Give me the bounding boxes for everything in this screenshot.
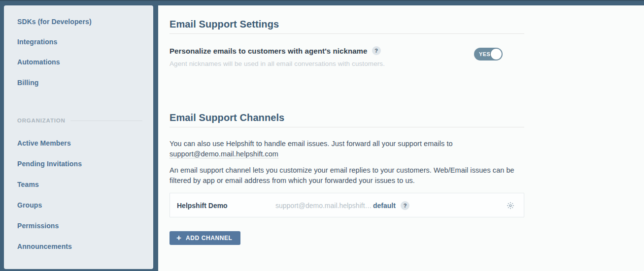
support-email-link[interactable]: support@demo.mail.helpshift.com bbox=[169, 150, 278, 158]
sidebar-item-pending-invitations[interactable]: Pending Invitations bbox=[17, 160, 82, 168]
channels-intro-paragraph: You can also use Helpshift to handle ema… bbox=[169, 139, 530, 159]
sidebar-item-permissions[interactable]: Permissions bbox=[17, 222, 59, 230]
toggle-knob-icon bbox=[491, 49, 502, 60]
sidebar-item-teams[interactable]: Teams bbox=[17, 181, 39, 189]
add-channel-label: ADD CHANNEL bbox=[186, 235, 233, 241]
channels-intro-text: You can also use Helpshift to handle ema… bbox=[169, 140, 453, 148]
app-window: SDKs (for Developers) Integrations Autom… bbox=[0, 0, 644, 271]
email-support-settings-title: Email Support Settings bbox=[169, 19, 279, 30]
section-divider bbox=[70, 120, 142, 121]
channel-email: support@demo.mail.helpshift… bbox=[275, 193, 372, 218]
settings-sidebar: SDKs (for Developers) Integrations Autom… bbox=[4, 5, 153, 269]
sidebar-item-announcements[interactable]: Announcements bbox=[17, 242, 72, 251]
main-content: Email Support Settings Personalize email… bbox=[158, 5, 644, 271]
toggle-state-label: YES bbox=[479, 48, 490, 60]
email-support-channels-title: Email Support Channels bbox=[169, 112, 284, 123]
section-divider bbox=[169, 33, 524, 34]
channels-description-paragraph: An email support channel lets you custom… bbox=[169, 165, 530, 186]
channel-row: Helpshift Demo support@demo.mail.helpshi… bbox=[169, 193, 524, 217]
personalize-toggle[interactable]: YES bbox=[474, 48, 503, 60]
sidebar-item-sdks[interactable]: SDKs (for Developers) bbox=[17, 18, 92, 26]
sidebar-item-automations[interactable]: Automations bbox=[17, 58, 60, 66]
channel-name: Helpshift Demo bbox=[177, 193, 228, 218]
plus-icon: + bbox=[176, 234, 181, 242]
personalize-setting-description: Agent nicknames will be used in all emai… bbox=[169, 60, 385, 67]
help-icon[interactable]: ? bbox=[401, 201, 409, 210]
sidebar-item-billing[interactable]: Billing bbox=[17, 79, 38, 87]
personalize-setting-label: Personalize emails to customers with age… bbox=[169, 47, 368, 55]
section-divider bbox=[169, 127, 524, 127]
sidebar-item-groups[interactable]: Groups bbox=[17, 201, 42, 210]
sidebar-section-organization: ORGANIZATION bbox=[17, 118, 142, 123]
add-channel-button[interactable]: + ADD CHANNEL bbox=[169, 231, 240, 245]
help-icon[interactable]: ? bbox=[372, 46, 381, 55]
channel-default-badge: default bbox=[373, 193, 396, 218]
section-label: ORGANIZATION bbox=[17, 118, 66, 123]
sidebar-item-integrations[interactable]: Integrations bbox=[17, 38, 57, 46]
sidebar-item-active-members[interactable]: Active Members bbox=[17, 139, 71, 148]
personalize-setting-row: Personalize emails to customers with age… bbox=[169, 46, 381, 55]
gear-icon[interactable] bbox=[506, 201, 515, 210]
